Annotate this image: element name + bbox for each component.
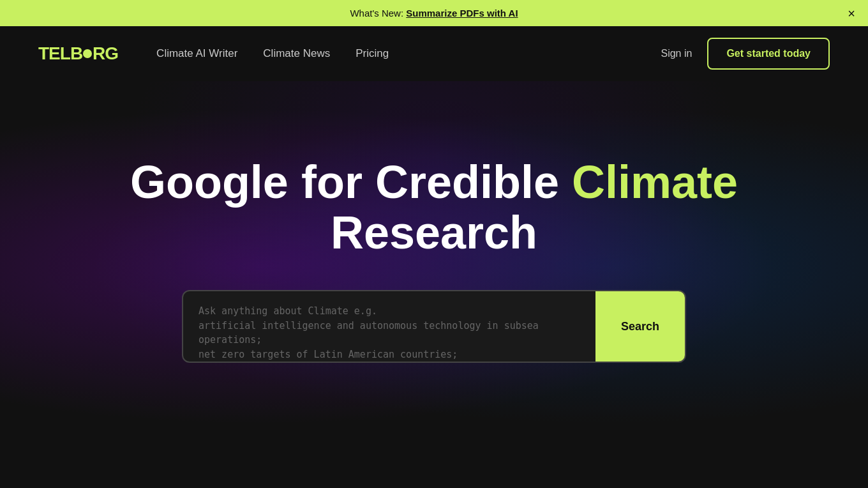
announcement-text: What's New: Summarize PDFs with AI: [350, 8, 518, 19]
features-section: Faster, Smarter, Better The only assista…: [0, 452, 868, 488]
hero-title: Google for Credible Climate Research: [83, 157, 785, 258]
hero-title-part1: Google for Credible: [130, 156, 572, 208]
nav-right: Sign in Get started today: [661, 38, 830, 70]
announcement-prefix: What's New:: [350, 8, 406, 19]
get-started-button[interactable]: Get started today: [707, 38, 830, 70]
nav-climate-ai-writer[interactable]: Climate AI Writer: [156, 47, 237, 60]
close-button[interactable]: ×: [848, 7, 855, 20]
logo[interactable]: TELBRG: [38, 43, 118, 64]
logo-dot-o: [83, 49, 92, 58]
announcement-link[interactable]: Summarize PDFs with AI: [406, 8, 518, 19]
hero-section: Google for Credible Climate Research Sea…: [0, 81, 868, 452]
sign-in-link[interactable]: Sign in: [661, 48, 692, 59]
hero-title-part2: Research: [331, 207, 537, 258]
nav-pricing[interactable]: Pricing: [355, 47, 389, 60]
search-container: Search: [182, 290, 686, 363]
search-input[interactable]: [183, 291, 595, 362]
hero-title-highlight: Climate: [572, 156, 738, 208]
announcement-bar: What's New: Summarize PDFs with AI ×: [0, 0, 868, 26]
search-button[interactable]: Search: [595, 291, 685, 362]
nav-climate-news[interactable]: Climate News: [263, 47, 330, 60]
navbar: TELBRG Climate AI Writer Climate News Pr…: [0, 26, 868, 81]
nav-links: Climate AI Writer Climate News Pricing: [156, 47, 661, 60]
